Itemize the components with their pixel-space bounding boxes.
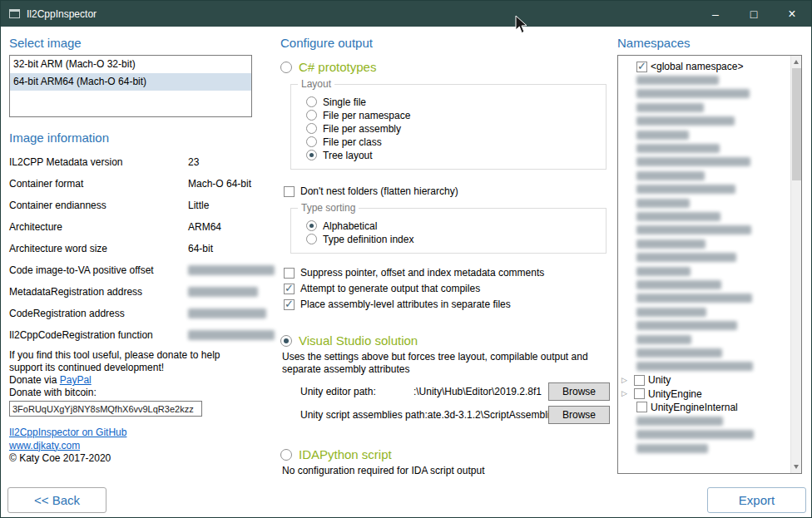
- idapython-option[interactable]: IDAPython script: [280, 447, 611, 461]
- info-value: 23: [188, 156, 199, 168]
- flatten-checkbox-row[interactable]: Don't nest folders (flatten hierarchy): [284, 185, 611, 198]
- image-list-item-32-bit-arm-mach-o-32-bit[interactable]: 32-bit ARM (Mach-O 32-bit): [10, 56, 251, 73]
- layout-option-file-per-class[interactable]: File per class: [306, 136, 597, 148]
- layout-option-file-per-namespace[interactable]: File per namespace: [306, 109, 597, 121]
- namespaces-listbox[interactable]: <global namespace>▷Unity▷UnityEngineUnit…: [617, 55, 802, 474]
- app-icon: [9, 9, 20, 18]
- info-label: MetadataRegistration address: [9, 286, 142, 298]
- layout-option-file-per-assembly[interactable]: File per assembly: [306, 122, 597, 135]
- namespace-item[interactable]: [621, 155, 790, 169]
- namespace-item[interactable]: [621, 250, 790, 264]
- checkbox-icon: [284, 186, 295, 197]
- namespaces-list: <global namespace>▷Unity▷UnityEngineUnit…: [621, 60, 790, 455]
- namespaces-heading: Namespaces: [617, 36, 802, 50]
- namespace-item[interactable]: [621, 115, 790, 128]
- checkbox-option-attempt-to-generate-output-that-compiles[interactable]: Attempt to generate output that compiles: [284, 281, 611, 296]
- select-image-heading: Select image: [9, 36, 252, 50]
- image-list-item-64-bit-arm64-mach-o-64-bit[interactable]: 64-bit ARM64 (Mach-O 64-bit): [10, 73, 251, 91]
- namespace-item[interactable]: [621, 292, 790, 305]
- unity-editor-path-value[interactable]: :\Unity\Hub\Editor\2019.2.8f1: [376, 386, 548, 397]
- info-row: Container endiannessLittle: [9, 195, 252, 216]
- namespace-checkbox[interactable]: [636, 62, 647, 72]
- namespace-item[interactable]: [621, 237, 790, 250]
- namespace-item[interactable]: ▷Unity: [621, 373, 790, 387]
- visual-studio-option[interactable]: Visual Studio solution: [280, 333, 611, 348]
- idapython-description: No configuration required for IDA script…: [282, 465, 611, 477]
- info-label: Architecture: [9, 221, 62, 233]
- namespace-item[interactable]: UnityEngineInternal: [621, 401, 790, 414]
- image-listbox[interactable]: 32-bit ARM (Mach-O 32-bit)64-bit ARM64 (…: [9, 55, 252, 117]
- titlebar: Il2CppInspector – □ ×: [1, 1, 811, 27]
- visual-studio-description: Uses the settings above but forces tree …: [282, 351, 611, 376]
- namespace-item[interactable]: [621, 210, 790, 223]
- namespace-item[interactable]: [621, 128, 790, 141]
- unity-editor-browse-button[interactable]: Browse: [548, 382, 610, 401]
- window-title: Il2CppInspector: [27, 8, 97, 20]
- close-button[interactable]: ×: [773, 1, 811, 27]
- website-link[interactable]: www.djkaty.com: [9, 440, 80, 451]
- sorting-option-type-definition-index[interactable]: Type definition index: [306, 233, 597, 245]
- maximize-button[interactable]: □: [735, 1, 773, 27]
- expander-icon[interactable]: ▷: [621, 390, 631, 397]
- namespaces-scrollbar[interactable]: [790, 56, 801, 473]
- layout-option-tree-layout[interactable]: Tree layout: [306, 149, 597, 161]
- option-label: Suppress pointer, offset and index metad…: [300, 267, 544, 279]
- scrollbar-thumb[interactable]: [792, 68, 801, 180]
- namespace-item[interactable]: [621, 333, 790, 346]
- info-label: Code image-to-VA positive offset: [9, 264, 154, 276]
- scroll-up-icon[interactable]: [794, 60, 799, 64]
- layout-option-single-file[interactable]: Single file: [306, 96, 597, 108]
- namespace-item[interactable]: [621, 264, 790, 278]
- back-button[interactable]: << Back: [7, 487, 106, 513]
- namespace-item[interactable]: <global namespace>: [621, 60, 790, 73]
- namespace-item[interactable]: [621, 169, 790, 182]
- namespace-label-global-namespace: <global namespace>: [651, 61, 743, 72]
- namespace-item[interactable]: [621, 87, 790, 101]
- namespace-item[interactable]: [621, 428, 790, 442]
- redacted-namespace: [636, 430, 754, 439]
- export-button[interactable]: Export: [707, 487, 806, 513]
- minimize-button[interactable]: –: [696, 1, 735, 27]
- checkbox-option-suppress-pointer-offset-and-index-metadata-comments[interactable]: Suppress pointer, offset and index metad…: [284, 265, 611, 280]
- namespace-item[interactable]: [621, 360, 790, 373]
- redacted-namespace: [636, 239, 706, 249]
- unity-script-browse-button[interactable]: Browse: [548, 406, 610, 424]
- paypal-link[interactable]: PayPal: [60, 374, 92, 386]
- namespace-item[interactable]: [621, 346, 790, 359]
- namespace-checkbox[interactable]: [636, 402, 647, 412]
- bitcoin-address-input[interactable]: [9, 401, 202, 417]
- namespace-label-unityengineinternal: UnityEngineInternal: [651, 402, 738, 413]
- namespace-item[interactable]: [621, 224, 790, 237]
- unity-script-path-value[interactable]: ate.3d-3.1.2\ScriptAssemblies: [428, 409, 548, 421]
- option-label: File per class: [323, 136, 382, 148]
- namespace-item[interactable]: ▷UnityEngine: [621, 387, 790, 400]
- namespace-item[interactable]: [621, 442, 790, 455]
- namespace-item[interactable]: [621, 305, 790, 318]
- namespace-item[interactable]: [621, 318, 790, 332]
- namespace-checkbox[interactable]: [634, 375, 645, 386]
- namespace-item[interactable]: [621, 278, 790, 291]
- image-information-heading: Image information: [9, 131, 252, 145]
- sorting-option-alphabetical[interactable]: Alphabetical: [306, 220, 597, 232]
- info-label: Container endianness: [9, 200, 106, 211]
- checkbox-option-place-assembly-level-attributes-in-separate-files[interactable]: Place assembly-level attributes in separ…: [284, 297, 611, 312]
- namespace-item[interactable]: [621, 196, 790, 210]
- namespace-item[interactable]: [621, 101, 790, 114]
- namespace-checkbox[interactable]: [634, 388, 645, 399]
- radio-icon: [306, 110, 317, 121]
- type-sorting-group-label: Type sorting: [298, 202, 359, 214]
- scroll-down-icon[interactable]: [794, 465, 799, 469]
- idapython-section: IDAPython script No configuration requir…: [280, 447, 611, 477]
- namespace-item[interactable]: [621, 73, 790, 86]
- info-row: CodeRegistration address: [9, 303, 252, 324]
- layout-group-label: Layout: [298, 78, 334, 90]
- expander-icon[interactable]: ▷: [621, 377, 631, 384]
- csharp-prototypes-option[interactable]: C# prototypes: [280, 60, 611, 74]
- radio-icon: [306, 234, 317, 244]
- namespace-item[interactable]: [621, 141, 790, 155]
- option-label: Single file: [323, 96, 366, 108]
- github-link[interactable]: Il2CppInspector on GitHub: [9, 427, 126, 438]
- radio-icon: [306, 96, 317, 107]
- namespace-item[interactable]: [621, 183, 790, 196]
- namespace-item[interactable]: [621, 414, 790, 427]
